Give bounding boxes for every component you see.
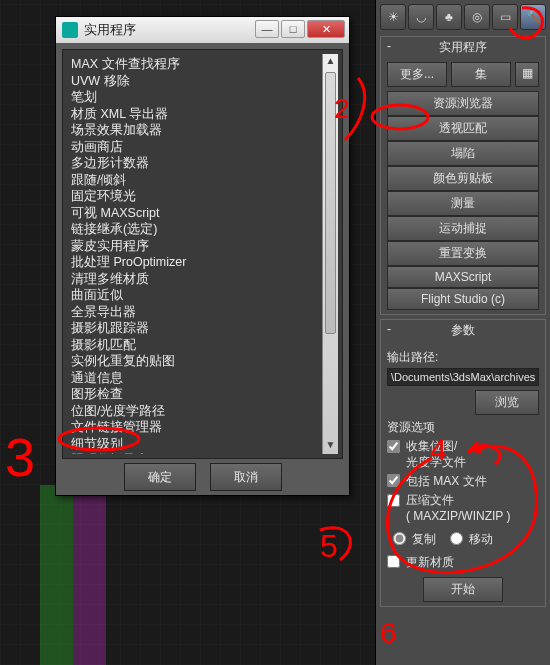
list-item[interactable]: 清理多维材质 <box>71 271 334 288</box>
collect-bitmap-checkbox[interactable]: 收集位图/光度学文件 <box>387 439 539 470</box>
motion-tab-icon[interactable]: ◎ <box>464 4 490 30</box>
list-item[interactable]: 通道信息 <box>71 370 334 387</box>
params-rollout-title: 参数 <box>451 323 475 337</box>
list-item[interactable]: 摄影机匹配 <box>71 337 334 354</box>
list-item[interactable]: 全景导出器 <box>71 304 334 321</box>
params-rollout: - 参数 输出路径: 浏览 资源选项 收集位图/光度学文件 包括 MAX 文件 … <box>380 319 546 607</box>
list-item[interactable]: 批处理 ProOptimizer <box>71 254 334 271</box>
flight-studio-button[interactable]: Flight Studio (c) <box>387 288 539 310</box>
sets-button[interactable]: 集 <box>451 62 511 87</box>
close-button[interactable]: ✕ <box>307 20 345 38</box>
rollout-collapse-icon: - <box>387 39 391 53</box>
compress-checkbox[interactable]: 压缩文件( MAXZIP/WINZIP ) <box>387 493 539 524</box>
list-item[interactable]: 照明数据导出 <box>71 452 334 454</box>
list-item[interactable]: 动画商店 <box>71 139 334 156</box>
dialog-titlebar[interactable]: 实用程序 — □ ✕ <box>56 17 349 43</box>
minimize-button[interactable]: — <box>255 20 279 38</box>
list-item[interactable]: 曲面近似 <box>71 287 334 304</box>
maxscript-button[interactable]: MAXScript <box>387 266 539 288</box>
list-item[interactable]: 笔划 <box>71 89 334 106</box>
ok-button[interactable]: 确定 <box>124 463 196 491</box>
command-panel: ☀ ◡ ♣ ◎ ▭ 🔨 - 实用程序 更多... 集 ▦ 资源浏览器 透视匹配 … <box>375 0 550 665</box>
list-item[interactable]: 链接继承(选定) <box>71 221 334 238</box>
create-tab-icon[interactable]: ☀ <box>380 4 406 30</box>
utilities-rollout-header[interactable]: - 实用程序 <box>381 37 545 58</box>
output-path-input[interactable] <box>387 368 539 386</box>
scrollbar[interactable]: ▲ ▼ <box>322 54 338 454</box>
resource-options-label: 资源选项 <box>387 419 539 436</box>
app-icon <box>62 22 78 38</box>
list-item[interactable]: 实例化重复的贴图 <box>71 353 334 370</box>
perspective-match-button[interactable]: 透视匹配 <box>387 116 539 141</box>
resource-browser-button[interactable]: 资源浏览器 <box>387 91 539 116</box>
list-item[interactable]: 摄影机跟踪器 <box>71 320 334 337</box>
list-item[interactable]: 文件链接管理器 <box>71 419 334 436</box>
collapse-button[interactable]: 塌陷 <box>387 141 539 166</box>
dialog-title-text: 实用程序 <box>84 21 136 39</box>
scroll-down-icon[interactable]: ▼ <box>323 438 338 454</box>
list-item[interactable]: UVW 移除 <box>71 73 334 90</box>
list-item[interactable]: 材质 XML 导出器 <box>71 106 334 123</box>
measure-button[interactable]: 测量 <box>387 191 539 216</box>
utilities-rollout-title: 实用程序 <box>439 40 487 54</box>
copy-radio[interactable]: 复制 <box>393 531 436 548</box>
params-rollout-header[interactable]: - 参数 <box>381 320 545 341</box>
scroll-up-icon[interactable]: ▲ <box>323 54 338 70</box>
rollout-collapse-icon: - <box>387 322 391 336</box>
output-path-label: 输出路径: <box>387 349 539 366</box>
start-button[interactable]: 开始 <box>423 577 503 602</box>
list-item[interactable]: 图形检查 <box>71 386 334 403</box>
utilities-dialog: 实用程序 — □ ✕ MAX 文件查找程序UVW 移除笔划材质 XML 导出器场… <box>55 16 350 496</box>
move-radio[interactable]: 移动 <box>450 531 493 548</box>
hierarchy-tab-icon[interactable]: ♣ <box>436 4 462 30</box>
list-item[interactable]: 场景效果加载器 <box>71 122 334 139</box>
utilities-tab-icon[interactable]: 🔨 <box>520 4 546 30</box>
cancel-button[interactable]: 取消 <box>210 463 282 491</box>
more-button[interactable]: 更多... <box>387 62 447 87</box>
list-item[interactable]: 蒙皮实用程序 <box>71 238 334 255</box>
display-tab-icon[interactable]: ▭ <box>492 4 518 30</box>
list-item[interactable]: 多边形计数器 <box>71 155 334 172</box>
utilities-rollout: - 实用程序 更多... 集 ▦ 资源浏览器 透视匹配 塌陷 颜色剪贴板 测量 … <box>380 36 546 315</box>
browse-button[interactable]: 浏览 <box>475 390 539 415</box>
config-button[interactable]: ▦ <box>515 62 539 87</box>
list-item[interactable]: 可视 MAXScript <box>71 205 334 222</box>
command-panel-tabs: ☀ ◡ ♣ ◎ ▭ 🔨 <box>380 4 546 30</box>
include-max-checkbox[interactable]: 包括 MAX 文件 <box>387 473 539 490</box>
list-item[interactable]: 固定环境光 <box>71 188 334 205</box>
modify-tab-icon[interactable]: ◡ <box>408 4 434 30</box>
list-item[interactable]: 位图/光度学路径 <box>71 403 334 420</box>
maximize-button[interactable]: □ <box>281 20 305 38</box>
color-clipboard-button[interactable]: 颜色剪贴板 <box>387 166 539 191</box>
motion-capture-button[interactable]: 运动捕捉 <box>387 216 539 241</box>
reset-xform-button[interactable]: 重置变换 <box>387 241 539 266</box>
utilities-listbox[interactable]: MAX 文件查找程序UVW 移除笔划材质 XML 导出器场景效果加载器动画商店多… <box>67 54 338 454</box>
list-item[interactable]: 细节级别 <box>71 436 334 453</box>
list-item[interactable]: 跟随/倾斜 <box>71 172 334 189</box>
list-item[interactable]: MAX 文件查找程序 <box>71 56 334 73</box>
update-material-checkbox[interactable]: 更新材质 <box>387 554 539 571</box>
